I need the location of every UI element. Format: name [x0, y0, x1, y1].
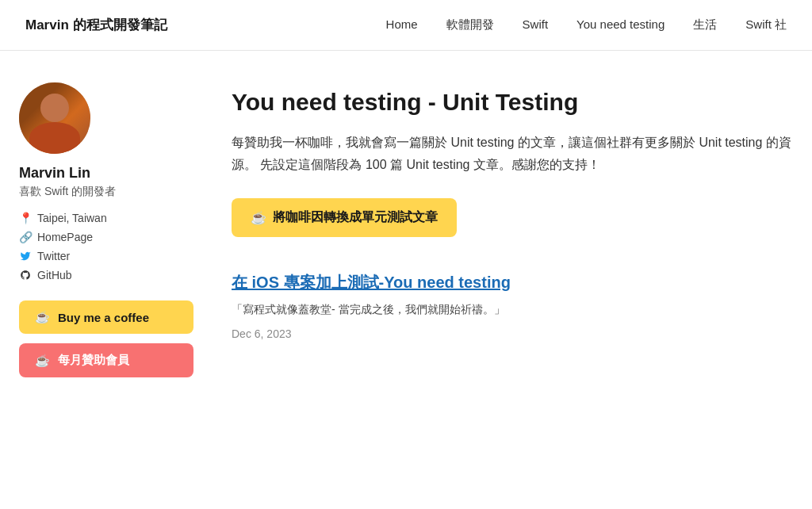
main-description: 每贊助我一杯咖啡，我就會寫一篇關於 Unit testing 的文章，讓這個社群… [232, 132, 793, 176]
link-icon: 🔗 [19, 231, 32, 243]
page-title: You need testing - Unit Testing [232, 89, 793, 116]
article-title-link[interactable]: 在 iOS 專案加上測試-You need testing [232, 272, 511, 293]
avatar-image [19, 82, 90, 154]
nav-home[interactable]: Home [386, 17, 418, 31]
article-quote: 「寫程式就像蓋教堂- 當完成之後，我們就開始祈禱。」 [232, 303, 793, 317]
cta-label: 將咖啡因轉換成單元測試文章 [273, 209, 438, 226]
homepage-link[interactable]: HomePage [37, 231, 93, 243]
monthly-label: 每月贊助會員 [58, 353, 129, 368]
sidebar: Marvin Lin 喜歡 Swift 的開發者 📍 Taipei, Taiwa… [19, 82, 193, 377]
twitter-link[interactable]: Twitter [37, 250, 70, 262]
github-link[interactable]: GitHub [37, 269, 72, 281]
monthly-icon: ☕ [35, 354, 50, 368]
main-content: You need testing - Unit Testing 每贊助我一杯咖啡… [232, 82, 793, 377]
coffee-label: Buy me a coffee [58, 311, 149, 324]
location-item: 📍 Taipei, Taiwan [19, 212, 193, 224]
github-item[interactable]: GitHub [19, 269, 193, 281]
avatar [19, 82, 90, 154]
page-body: Marvin Lin 喜歡 Swift 的開發者 📍 Taipei, Taiwa… [0, 51, 812, 425]
navbar: Marvin 的程式開發筆記 Home 軟體開發 Swift You need … [0, 0, 812, 51]
cta-button[interactable]: ☕ 將咖啡因轉換成單元測試文章 [232, 198, 457, 237]
cta-icon: ☕ [251, 210, 266, 225]
article-card: 在 iOS 專案加上測試-You need testing 「寫程式就像蓋教堂-… [232, 272, 793, 341]
nav-swift[interactable]: Swift [523, 17, 549, 31]
buy-coffee-button[interactable]: ☕ Buy me a coffee [19, 300, 193, 334]
location-icon: 📍 [19, 212, 32, 224]
site-brand[interactable]: Marvin 的程式開發筆記 [25, 16, 167, 34]
location-text: Taipei, Taiwan [37, 212, 107, 224]
nav-links: Home 軟體開發 Swift You need testing 生活 Swif… [386, 17, 787, 33]
monthly-sponsor-button[interactable]: ☕ 每月贊助會員 [19, 343, 193, 377]
sidebar-meta-list: 📍 Taipei, Taiwan 🔗 HomePage Twitter GitH… [19, 212, 193, 281]
article-date: Dec 6, 2023 [232, 327, 292, 340]
author-bio: 喜歡 Swift 的開發者 [19, 185, 193, 199]
github-icon [19, 269, 32, 281]
twitter-item[interactable]: Twitter [19, 250, 193, 262]
nav-swift-community[interactable]: Swift 社 [745, 17, 787, 31]
homepage-item[interactable]: 🔗 HomePage [19, 231, 193, 243]
nav-software[interactable]: 軟體開發 [446, 17, 494, 31]
author-name: Marvin Lin [19, 165, 193, 182]
nav-life[interactable]: 生活 [693, 17, 717, 31]
coffee-icon: ☕ [35, 310, 50, 324]
nav-testing[interactable]: You need testing [576, 17, 665, 31]
twitter-icon [19, 250, 32, 262]
